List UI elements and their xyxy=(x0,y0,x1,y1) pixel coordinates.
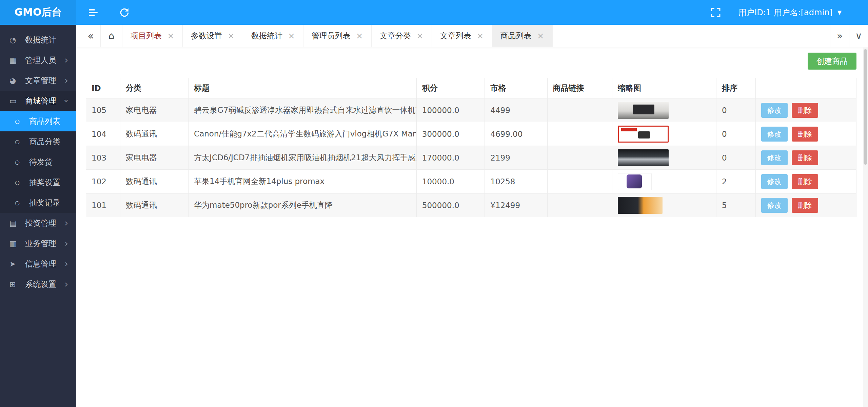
chevron-right-icon: › xyxy=(65,56,68,64)
sidebar-item-business[interactable]: ▥业务管理› xyxy=(0,233,76,254)
column-header: 标题 xyxy=(189,78,417,98)
sidebar-subitem-lottery-records[interactable]: ○抽奖记录 xyxy=(0,192,76,213)
circle-icon: ○ xyxy=(15,200,29,206)
top-header: GMO后台 用户ID:1 用户名:[admin] ▼ xyxy=(0,0,868,25)
delete-button[interactable]: 删除 xyxy=(792,103,818,118)
close-icon[interactable]: × xyxy=(537,32,544,40)
cell-sort: 5 xyxy=(716,193,756,217)
edit-button[interactable]: 修改 xyxy=(761,198,788,213)
grid-icon: ▦ xyxy=(9,56,25,64)
close-icon[interactable]: × xyxy=(416,32,423,40)
sidebar-menu: ◔数据统计▦管理人员›◕文章管理›▭商城管理›○商品列表○商品分类○待发货○抽奖… xyxy=(0,30,76,294)
cell-sort: 2 xyxy=(716,170,756,193)
cell-thumbnail xyxy=(612,146,716,170)
cell-actions: 修改删除 xyxy=(755,146,856,170)
app-logo: GMO后台 xyxy=(0,0,76,25)
user-info: 用户ID:1 用户名:[admin] xyxy=(738,7,833,18)
tab-scroll-right-button[interactable]: » xyxy=(830,25,849,47)
edit-button[interactable]: 修改 xyxy=(761,150,788,165)
sidebar-item-stats[interactable]: ◔数据统计 xyxy=(0,30,76,50)
cell-points: 10000.0 xyxy=(416,170,485,193)
sidebar-item-investment[interactable]: ▤投资管理› xyxy=(0,213,76,233)
product-thumbnail xyxy=(618,197,663,214)
vertical-scrollbar xyxy=(863,47,868,407)
create-product-button[interactable]: 创建商品 xyxy=(808,53,856,70)
edit-button[interactable]: 修改 xyxy=(761,174,788,189)
column-header: 缩略图 xyxy=(612,78,716,98)
cell-points: 300000.0 xyxy=(416,122,485,146)
sidebar-item-admins[interactable]: ▦管理人员› xyxy=(0,50,76,70)
chevron-right-icon: › xyxy=(65,239,68,248)
cell-id: 101 xyxy=(86,193,120,217)
sidebar: ◔数据统计▦管理人员›◕文章管理›▭商城管理›○商品列表○商品分类○待发货○抽奖… xyxy=(0,25,76,407)
refresh-icon[interactable] xyxy=(118,6,131,19)
scrollbar-thumb[interactable] xyxy=(864,49,867,165)
sidebar-item-articles[interactable]: ◕文章管理› xyxy=(0,70,76,91)
table-row: 104数码通讯Canon/佳能g7x2二代高清学生数码旅游入门vlog相机G7X… xyxy=(86,122,856,146)
chevron-right-icon: › xyxy=(65,280,68,289)
edit-button[interactable]: 修改 xyxy=(761,127,788,142)
cell-id: 102 xyxy=(86,170,120,193)
sidebar-subitem-goods-list[interactable]: ○商品列表 xyxy=(0,111,76,131)
calendar-icon: ⊞ xyxy=(9,280,25,289)
close-icon[interactable]: × xyxy=(356,32,363,40)
sidebar-item-info[interactable]: ➤信息管理› xyxy=(0,254,76,274)
pie-icon: ◕ xyxy=(9,76,25,85)
folder-icon: ▤ xyxy=(9,219,25,227)
cell-sort: 0 xyxy=(716,122,756,146)
product-thumbnail xyxy=(618,126,669,143)
cell-price: ¥12499 xyxy=(485,193,547,217)
cell-title: Canon/佳能g7x2二代高清学生数码旅游入门vlog相机G7X MarkII… xyxy=(189,122,417,146)
column-header: 排序 xyxy=(716,78,756,98)
menu-fold-icon[interactable] xyxy=(87,6,99,19)
delete-button[interactable]: 删除 xyxy=(792,127,818,142)
table-row: 102数码通讯苹果14手机官网全新14plus promax10000.0102… xyxy=(86,170,856,193)
column-header xyxy=(755,78,856,98)
close-icon[interactable]: × xyxy=(477,32,484,40)
circle-icon: ○ xyxy=(15,159,29,165)
close-icon[interactable]: × xyxy=(228,32,235,40)
tab-stats[interactable]: 数据统计× xyxy=(243,25,303,47)
cell-price: 2199 xyxy=(485,146,547,170)
tab-scroll-left-button[interactable]: « xyxy=(81,25,101,47)
column-header: 分类 xyxy=(120,78,188,98)
close-icon[interactable]: × xyxy=(288,32,295,40)
tab-admin-list[interactable]: 管理员列表× xyxy=(303,25,372,47)
cell-price: 4699.00 xyxy=(485,122,547,146)
tab-operations-button[interactable]: ∨ xyxy=(849,25,868,47)
cell-link xyxy=(547,146,612,170)
cell-link xyxy=(547,98,612,122)
fullscreen-icon[interactable] xyxy=(710,6,722,19)
cell-link xyxy=(547,193,612,217)
sidebar-subitem-lottery-settings[interactable]: ○抽奖设置 xyxy=(0,172,76,192)
sidebar-item-system[interactable]: ⊞系统设置› xyxy=(0,274,76,294)
delete-button[interactable]: 删除 xyxy=(792,174,818,189)
tab-article-list[interactable]: 文章列表× xyxy=(432,25,492,47)
delete-button[interactable]: 删除 xyxy=(792,150,818,165)
book-icon: ▥ xyxy=(9,239,25,248)
share-icon: ➤ xyxy=(9,260,25,268)
caret-down-icon: ▼ xyxy=(837,10,842,15)
circle-icon: ○ xyxy=(15,179,29,186)
chevron-right-icon: › xyxy=(65,76,68,85)
circle-icon: ○ xyxy=(15,138,29,145)
delete-button[interactable]: 删除 xyxy=(792,198,818,213)
cell-title: 方太JCD6/JCD7排抽油烟机家用吸油机抽烟机21超大风力挥手感应 xyxy=(189,146,417,170)
cell-thumbnail xyxy=(612,193,716,217)
column-header: 积分 xyxy=(416,78,485,98)
sidebar-subitem-goods-category[interactable]: ○商品分类 xyxy=(0,131,76,152)
chevron-right-icon: › xyxy=(65,259,68,268)
tab-project-list[interactable]: 项目列表× xyxy=(122,25,183,47)
home-tab[interactable]: ⌂ xyxy=(101,25,122,47)
close-icon[interactable]: × xyxy=(167,32,174,40)
column-header: 商品链接 xyxy=(547,78,612,98)
edit-button[interactable]: 修改 xyxy=(761,103,788,118)
column-header: 市格 xyxy=(485,78,547,98)
tab-article-category[interactable]: 文章分类× xyxy=(372,25,432,47)
sidebar-item-mall[interactable]: ▭商城管理› xyxy=(0,91,76,111)
user-dropdown[interactable]: 用户ID:1 用户名:[admin] ▼ xyxy=(738,7,842,18)
tab-goods-list[interactable]: 商品列表× xyxy=(492,25,553,47)
cell-thumbnail xyxy=(612,98,716,122)
tab-params[interactable]: 参数设置× xyxy=(183,25,243,47)
sidebar-subitem-pending-ship[interactable]: ○待发货 xyxy=(0,152,76,172)
